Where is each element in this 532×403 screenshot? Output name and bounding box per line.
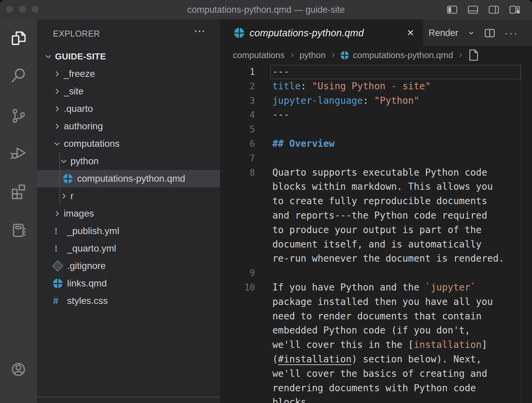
git-icon — [53, 262, 67, 270]
outline-header[interactable]: OUTLINE — [37, 397, 220, 403]
chevron-down-icon[interactable] — [468, 29, 475, 37]
tree-item-styles-css[interactable]: #styles.css — [37, 292, 220, 310]
search-activity-item[interactable] — [10, 67, 27, 84]
breadcrumb-item-computations-python-qmd[interactable]: computations-python.qmd — [340, 50, 453, 60]
tab-label: computations-python.qmd — [250, 28, 364, 39]
code-line[interactable]: we'll cover the basics of creating and — [220, 367, 532, 381]
tree-item--quarto-yml[interactable]: !_quarto.yml — [37, 240, 220, 257]
customize-layout-icon[interactable] — [509, 5, 520, 14]
run-debug-activity-item[interactable] — [10, 144, 27, 162]
tree-item-computations-python-qmd[interactable]: computations-python.qmd — [37, 170, 220, 187]
code-line[interactable]: embedded Python code (if you don't, — [220, 323, 532, 338]
account-icon — [10, 361, 27, 378]
code-line[interactable]: 1--- — [220, 65, 532, 79]
settings-gear-icon — [10, 401, 27, 403]
explorer-icon — [10, 30, 27, 47]
tree-item-label: python — [70, 156, 99, 167]
split-editor-icon[interactable] — [484, 29, 495, 38]
tab-computations-python[interactable]: computations-python.qmd ✕ — [220, 19, 423, 46]
code-line[interactable]: 2title: "Using Python - site" — [220, 79, 532, 94]
code-line[interactable]: package installed then you have all you — [220, 295, 532, 309]
code-line[interactable]: 4--- — [220, 108, 532, 122]
tree-item-guide-site[interactable]: GUIDE-SITE — [37, 48, 220, 65]
code-line[interactable]: 3jupyter-language: "Python" — [220, 94, 532, 108]
line-number: 6 — [220, 137, 255, 151]
tree-item-images[interactable]: images — [37, 205, 220, 222]
code-line[interactable]: 8Quarto supports executable Python code — [220, 166, 532, 180]
toggle-secondary-sidebar-icon[interactable] — [488, 5, 499, 14]
titlebar: computations-python.qmd — guide-site — [0, 0, 532, 19]
explorer-activity-item[interactable] — [10, 30, 27, 47]
code-token: and reports---the Python code required — [272, 210, 487, 221]
account-activity-item[interactable] — [10, 361, 27, 378]
chevron-down-icon — [53, 140, 64, 148]
tree-item-r[interactable]: r — [37, 187, 220, 205]
tree-item-links-qmd[interactable]: links.qmd — [37, 275, 220, 292]
explorer-sidebar: EXPLORER ⋯ GUIDE-SITE_freeze_site.quarto… — [37, 19, 220, 403]
toggle-primary-sidebar-icon[interactable] — [447, 5, 458, 14]
tree-item-computations[interactable]: computations — [37, 135, 220, 152]
editor-group: computations-python.qmd ✕ Render ··· com… — [220, 19, 532, 403]
more-actions-icon[interactable]: ··· — [504, 27, 519, 39]
quarto-icon — [53, 279, 62, 288]
code-token: we'll cover the basics of creating and — [272, 368, 487, 379]
code-token: package installed then you have all you — [272, 296, 493, 307]
code-line[interactable]: 9 — [220, 266, 532, 280]
code-line[interactable]: 7 — [220, 151, 532, 166]
tree-item--quarto[interactable]: .quarto — [37, 100, 220, 118]
notebook-activity-item[interactable] — [10, 221, 27, 239]
code-line[interactable]: document itself, and is automatically — [220, 237, 532, 252]
toggle-panel-icon[interactable] — [468, 5, 478, 14]
breadcrumb: computationspythoncomputations-python.qm… — [220, 46, 532, 64]
tree-item--gitignore[interactable]: .gitignore — [37, 257, 220, 275]
breadcrumb-item-file[interactable] — [468, 49, 479, 61]
code-token: title — [272, 81, 301, 92]
tree-item-python[interactable]: python — [37, 152, 220, 170]
source-control-icon — [10, 107, 27, 125]
code-line[interactable]: 6## Overview — [220, 137, 532, 151]
code-line[interactable]: we'll cover this in the [installation] — [220, 338, 532, 352]
code-line[interactable]: blocks. — [220, 395, 532, 403]
chevron-right-icon — [53, 70, 64, 78]
code-line[interactable]: 10If you have Python and the `jupyter` — [220, 280, 532, 295]
source-control-activity-item[interactable] — [10, 107, 27, 125]
outline-section: OUTLINE — [37, 397, 220, 403]
code-token: "Using Python - site" — [312, 81, 431, 92]
chevron-right-icon — [53, 210, 64, 218]
code-line[interactable]: (#installation) section below). Next, — [220, 352, 532, 367]
code-editor[interactable]: 1---2title: "Using Python - site"3jupyte… — [220, 64, 532, 403]
code-line[interactable]: 5 — [220, 122, 532, 137]
extensions-activity-item[interactable] — [10, 183, 27, 200]
code-line[interactable]: to produce your output is part of the — [220, 223, 532, 237]
code-line[interactable]: rendering documents with Python code — [220, 381, 532, 396]
tree-item--publish-yml[interactable]: !_publish.yml — [37, 222, 220, 240]
notebook-icon — [10, 221, 27, 239]
code-token: `jupyter` — [425, 282, 476, 293]
tree-item--freeze[interactable]: _freeze — [37, 65, 220, 83]
layout-controls — [447, 0, 520, 19]
code-token: ( — [272, 354, 278, 365]
settings-gear-activity-item[interactable] — [10, 401, 27, 403]
explorer-header: EXPLORER ⋯ — [37, 19, 220, 48]
quarto-icon — [53, 279, 67, 288]
code-line[interactable]: blocks within markdown. This allows you — [220, 180, 532, 194]
tree-item--site[interactable]: _site — [37, 83, 220, 100]
code-line[interactable]: need to render documents that contain — [220, 309, 532, 324]
code-token: to create fully reproducible documents — [272, 195, 487, 207]
render-button[interactable]: Render — [428, 28, 458, 38]
tree-item-label: r — [70, 191, 73, 202]
tab-close-icon[interactable]: ✕ — [407, 28, 414, 38]
code-line[interactable]: to create fully reproducible documents — [220, 194, 532, 209]
code-line[interactable]: re-run whenever the document is rendered… — [220, 252, 532, 266]
breadcrumb-item-python[interactable]: python — [300, 50, 326, 60]
code-token: ] — [482, 339, 487, 350]
code-line[interactable]: and reports---the Python code required — [220, 209, 532, 223]
code-token: to produce your output is part of the — [272, 224, 482, 235]
breadcrumb-item-computations[interactable]: computations — [233, 50, 285, 60]
line-number: 10 — [220, 280, 255, 295]
tree-item-authoring[interactable]: authoring — [37, 118, 220, 135]
yaml-icon: ! — [53, 225, 58, 237]
explorer-more-actions-icon[interactable]: ⋯ — [194, 24, 206, 38]
code-token: document itself, and is automatically — [272, 239, 482, 250]
chevron-down-icon — [60, 157, 70, 165]
